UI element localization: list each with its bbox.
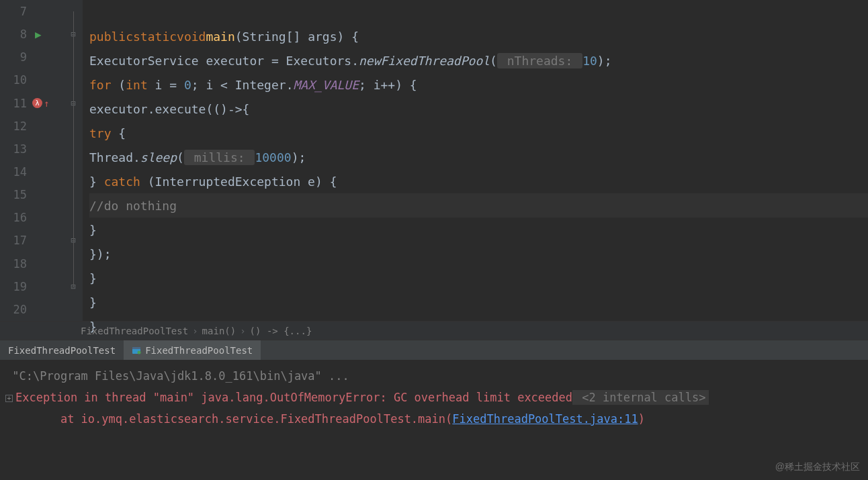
code-line[interactable]: executor.execute(()->{ [89, 97, 868, 121]
code-line[interactable]: } [89, 218, 868, 242]
code-line[interactable]: public static void main(String[] args) { [89, 24, 868, 48]
line-number: 8 [0, 28, 27, 41]
internal-calls-hint: <2 internal calls> [572, 390, 708, 405]
expand-stacktrace-icon[interactable]: + [5, 395, 13, 402]
code-line[interactable]: } [89, 266, 868, 290]
run-gutter-icon[interactable]: ▶ [35, 28, 42, 41]
line-number: 19 [0, 280, 27, 293]
application-icon [132, 346, 141, 355]
line-number-gutter: 7 8▶ 9 10 11λ↑ 12 13 14 15 16 17 18 19 2… [0, 0, 64, 321]
console-command: "C:\Program Files\Java\jdk1.8.0_161\bin\… [12, 369, 349, 383]
line-number: 15 [0, 188, 27, 201]
line-number: 20 [0, 303, 27, 316]
breadcrumb-item[interactable]: main() [202, 326, 236, 336]
breadcrumb-item[interactable]: FixedThreadPoolTest [81, 326, 188, 336]
line-number: 18 [0, 257, 27, 271]
code-line[interactable]: try { [89, 121, 868, 145]
svg-point-2 [138, 350, 141, 354]
line-number: 13 [0, 142, 27, 156]
svg-rect-1 [132, 347, 140, 349]
line-number: 10 [0, 73, 27, 87]
line-number: 9 [0, 50, 27, 64]
line-number: 14 [0, 165, 27, 179]
source-link[interactable]: FixedThreadPoolTest.java:11 [452, 412, 638, 426]
arrow-up-icon: ↑ [44, 98, 49, 109]
run-tab[interactable]: FixedThreadPoolTest [0, 340, 124, 360]
code-line[interactable]: } [89, 290, 868, 314]
line-number: 11 [0, 97, 27, 110]
chevron-right-icon: › [240, 326, 245, 336]
fold-gutter: ⊟ ⊟ ⊟ ⊟ [64, 0, 83, 321]
code-line[interactable]: }); [89, 242, 868, 266]
code-line[interactable]: for (int i = 0; i < Integer.MAX_VALUE; i… [89, 73, 868, 97]
code-line[interactable]: Thread.sleep( millis: 10000); [89, 145, 868, 169]
run-tab-label: FixedThreadPoolTest [8, 345, 116, 356]
lambda-gutter-icon[interactable]: λ [32, 98, 42, 108]
line-number: 7 [0, 5, 27, 18]
code-line[interactable]: } catch (InterruptedException e) { [89, 169, 868, 193]
console-output[interactable]: "C:\Program Files\Java\jdk1.8.0_161\bin\… [0, 360, 868, 430]
code-line[interactable] [89, 0, 868, 24]
line-number: 17 [0, 234, 27, 247]
editor-area: 7 8▶ 9 10 11λ↑ 12 13 14 15 16 17 18 19 2… [0, 0, 868, 321]
line-number: 12 [0, 119, 27, 133]
code-editor[interactable]: public static void main(String[] args) {… [83, 0, 868, 321]
run-tab-label: FixedThreadPoolTest [145, 345, 253, 356]
chevron-right-icon: › [192, 326, 198, 336]
console-stacktrace: at io.ymq.elasticsearch.service.FixedThr… [19, 412, 445, 426]
run-tab[interactable]: FixedThreadPoolTest [124, 340, 261, 360]
breadcrumb-item[interactable]: () -> {...} [250, 326, 312, 336]
code-line[interactable]: //do nothing [89, 193, 868, 218]
line-number: 16 [0, 211, 27, 224]
code-line[interactable]: ExecutorService executor = Executors.new… [89, 48, 868, 73]
console-error: Exception in thread "main" java.lang.Out… [15, 391, 572, 404]
run-tabs: FixedThreadPoolTest FixedThreadPoolTest [0, 340, 868, 360]
watermark: @稀土掘金技术社区 [775, 461, 860, 473]
